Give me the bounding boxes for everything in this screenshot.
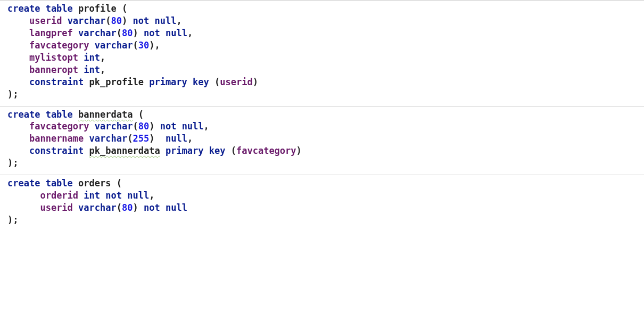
sql-block-orders: create table orders ( orderid int not nu… [0, 175, 644, 232]
col-langpref: langpref [29, 28, 73, 38]
kw-create-table: create table [7, 3, 73, 14]
kw-varchar: varchar [68, 15, 106, 26]
pk-bannerdata-col: favcategory [236, 145, 296, 156]
kw-not-null: not null [144, 202, 187, 213]
kw-constraint: constraint [29, 145, 84, 156]
col-favcategory: favcategory [29, 40, 89, 51]
kw-not-null: not null [144, 28, 187, 38]
kw-constraint: constraint [29, 77, 84, 87]
kw-int: int [84, 64, 100, 75]
kw-varchar: varchar [95, 121, 133, 132]
size-80: 80 [122, 28, 133, 38]
kw-varchar: varchar [89, 133, 128, 144]
kw-int: int [84, 52, 100, 63]
kw-varchar: varchar [78, 202, 117, 213]
kw-create-table: create table [7, 109, 73, 120]
col-favcategory: favcategory [29, 121, 89, 132]
kw-create-table: create table [7, 178, 73, 188]
size-80: 80 [111, 15, 122, 26]
sql-block-bannerdata: create table bannerdata ( favcategory va… [0, 106, 644, 175]
table-name-orders: orders [78, 178, 111, 188]
col-mylistopt: mylistopt [29, 52, 78, 63]
table-name-bannerdata: bannerdata [78, 109, 133, 120]
kw-varchar: varchar [78, 28, 117, 38]
kw-primary-key: primary key [149, 77, 209, 87]
kw-null: null [166, 133, 187, 144]
kw-int: int [84, 190, 100, 201]
pk-bannerdata-name: pk_bannerdata [89, 145, 160, 156]
pk-profile-name: pk_profile [89, 77, 144, 87]
pk-profile-col: userid [220, 77, 252, 87]
size-80: 80 [138, 121, 149, 132]
table-name-profile: profile [78, 3, 117, 14]
kw-not-null: not null [160, 121, 204, 132]
kw-not-null: not null [105, 190, 149, 201]
size-80: 80 [122, 202, 133, 213]
col-userid: userid [29, 15, 62, 26]
col-bannername: bannername [29, 133, 84, 144]
col-userid: userid [40, 202, 72, 213]
col-banneropt: banneropt [29, 64, 78, 75]
kw-not-null: not null [133, 15, 177, 26]
sql-block-profile: create table profile ( userid varchar(80… [0, 0, 644, 106]
col-orderid: orderid [40, 190, 78, 201]
size-255: 255 [133, 133, 149, 144]
kw-primary-key: primary key [166, 145, 226, 156]
size-30: 30 [138, 40, 149, 51]
kw-varchar: varchar [95, 40, 133, 51]
